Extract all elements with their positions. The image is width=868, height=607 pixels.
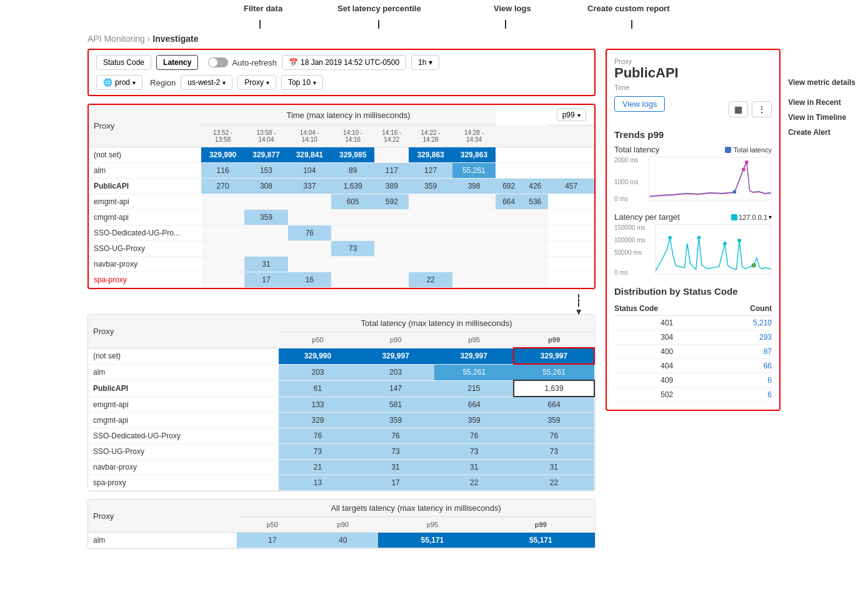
create-alert-label: Create Alert (788, 125, 856, 140)
table-row: (not set) 329,990 329,997 329,997 329,99… (88, 348, 594, 364)
proxy-label: Proxy (614, 57, 772, 65)
col-p99: p99 (514, 332, 594, 348)
chart1-y-bot: 0 ms (614, 195, 628, 202)
view-logs-button[interactable]: View logs (614, 96, 665, 112)
all-targets-table: Proxy All targets latency (max latency i… (87, 499, 596, 549)
time-col-3: 14:04 - 14:10 (288, 126, 331, 147)
dist-table-row: 4015,210 (614, 316, 772, 330)
time-label: Time (614, 84, 772, 91)
create-report-label: Create custom report (587, 4, 669, 13)
time-col-2: 13:58 - 14:04 (244, 126, 287, 147)
table-row: alm 116 153 104 89 117 127 55,261 (89, 163, 594, 179)
time-data-table: Proxy Time (max latency in milliseconds)… (89, 105, 594, 288)
table-row: emgmt-api 133 581 664 664 (88, 397, 594, 413)
chart2-y-bot: 0 ms (614, 269, 628, 276)
latency-button[interactable]: Latency (156, 55, 198, 70)
latency-per-target-label: Latency per target (614, 212, 680, 222)
prod-dropdown[interactable]: 🌐 prod (96, 75, 142, 90)
chevron-down-icon: ▾ (429, 58, 432, 67)
distribution-section: Distribution by Status Code Status Code … (614, 286, 772, 402)
latency-per-target-chart-section: Latency per target 127.0.0.1 ▾ 150000 ms… (614, 212, 772, 276)
latency-per-target-legend-dot (731, 214, 737, 220)
toolbar: Status Code Latency Auto-refresh 📅 18 Ja… (87, 49, 596, 96)
total-latency-chart-section: Total latency Total latency 2000 ms 1000… (614, 145, 772, 202)
table-row: SSO-UG-Proxy 73 (89, 241, 594, 257)
latency-per-target-svg (655, 224, 772, 274)
table-row: (not set) 329,990 329,877 329,841 329,98… (89, 147, 594, 163)
table-row: SSO-Dedicated-UG-Pro... 76 (89, 225, 594, 241)
svg-point-0 (742, 168, 746, 172)
table-row: navbar-proxy 21 31 31 31 (88, 460, 594, 475)
time-range-button[interactable]: 1h ▾ (411, 55, 439, 70)
col-p50: p50 (279, 332, 357, 348)
dist-col-status: Status Code (614, 302, 720, 316)
proxy-col-header3: Proxy (88, 500, 237, 533)
time-col-4: 14:10 - 14:16 (331, 126, 374, 147)
at-col-p50: p50 (237, 517, 307, 533)
auto-refresh-toggle[interactable]: Auto-refresh (208, 57, 277, 67)
at-col-p99: p99 (487, 517, 595, 533)
table-row: alm 203 203 55,261 55,261 (88, 364, 594, 380)
svg-point-1 (745, 160, 749, 164)
table-row: spa-proxy 13 17 22 22 (88, 475, 594, 491)
chart1-y-mid: 1000 ms (614, 179, 638, 185)
svg-point-2 (732, 190, 736, 194)
total-latency-table: Proxy Total latency (max latency in mill… (87, 314, 596, 491)
time-col-7: 14:28 - 14:34 (452, 126, 496, 147)
svg-point-3 (668, 236, 672, 240)
right-panel: View metric details View in Recent View … (606, 49, 781, 411)
chart1-y-top: 2000 ms (614, 157, 638, 164)
view-timeline-label: View in Timeline (788, 110, 856, 125)
more-options-icon[interactable]: ⋮ (752, 101, 772, 117)
dist-title: Distribution by Status Code (614, 286, 772, 297)
at-col-p95: p95 (378, 517, 486, 533)
svg-point-4 (697, 236, 701, 240)
time-section-header: Time (max latency in milliseconds) (201, 105, 496, 126)
proxy-col-header: Proxy (89, 105, 201, 147)
table-row: SSO-Dedicated-UG-Proxy 76 76 76 76 (88, 428, 594, 444)
view-recent-label: View in Recent (788, 95, 856, 110)
svg-point-7 (752, 263, 756, 267)
proxy-col-header2: Proxy (88, 315, 279, 348)
top10-dropdown[interactable]: Top 10 (281, 75, 323, 90)
total-latency-svg (649, 157, 772, 200)
view-logs-label: View logs (494, 4, 531, 13)
metric-chart-icon[interactable]: ▦ (729, 101, 748, 117)
status-code-button[interactable]: Status Code (96, 55, 151, 70)
table-row: PublicAPI 270 308 337 1,639 389 359 398 … (89, 179, 594, 194)
chart2-y-top: 150000 ms (614, 224, 645, 231)
trends-title: Trends p99 (614, 129, 772, 140)
breadcrumb-parent: API Monitoring (87, 34, 145, 44)
time-col-5: 14:16 - 14:22 (374, 126, 409, 147)
table-row: cmgmt-api 359 (89, 210, 594, 225)
svg-point-6 (737, 239, 741, 242)
latency-per-target-ip: 127.0.0.1 (739, 214, 767, 221)
dist-table-row: 4096 (614, 373, 772, 388)
percentile-button[interactable]: p99 (557, 109, 586, 121)
all-targets-header: All targets latency (max latency in mill… (237, 500, 595, 517)
table-row: cmgmt-api 329 359 359 359 (88, 413, 594, 428)
globe-icon: 🌐 (103, 78, 112, 87)
dist-table-row: 40087 (614, 345, 772, 359)
table-row: SSO-UG-Proxy 73 73 73 73 (88, 444, 594, 460)
filter-data-label: Filter data (244, 4, 282, 13)
proxy-dropdown[interactable]: Proxy (237, 75, 276, 90)
dist-table-row: 40466 (614, 359, 772, 373)
ip-dropdown[interactable]: ▾ (769, 214, 772, 220)
table-row: emgmt-api 605 592 664 536 (89, 194, 594, 210)
col-p95: p95 (434, 332, 514, 348)
breadcrumb-current: Investigate (152, 34, 198, 44)
region-dropdown[interactable]: us-west-2 (181, 75, 232, 90)
auto-refresh-label: Auto-refresh (232, 58, 277, 67)
time-col-1: 13:52 - 13:58 (201, 126, 244, 147)
region-label: Region (150, 78, 176, 87)
time-col-6: 14:22 - 14:28 (409, 126, 452, 147)
dist-col-count: Count (720, 302, 772, 316)
table-row: PublicAPI 61 147 215 1,639 (88, 380, 594, 397)
dist-table-row: 5026 (614, 388, 772, 402)
table-row: navbar-proxy 31 (89, 257, 594, 272)
at-col-p90: p90 (307, 517, 378, 533)
total-latency-legend-label: Total latency (734, 146, 772, 154)
date-button[interactable]: 📅 18 Jan 2019 14:52 UTC-0500 (282, 55, 406, 70)
total-latency-header: Total latency (max latency in millisecon… (279, 315, 594, 332)
